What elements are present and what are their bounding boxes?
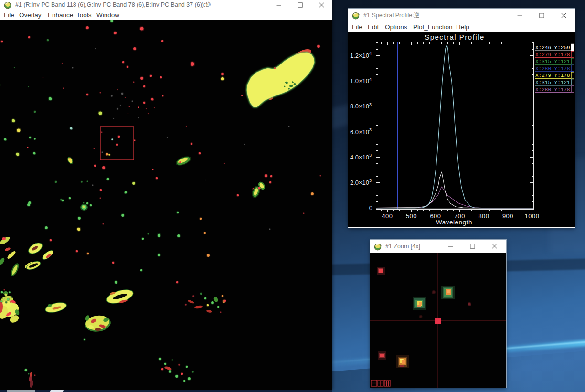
svg-text:3: 3 [369, 178, 372, 183]
svg-text:3: 3 [369, 127, 372, 132]
svg-text:400: 400 [382, 212, 393, 220]
svg-text:0: 0 [369, 204, 372, 212]
svg-text:4.0×10: 4.0×10 [350, 154, 369, 161]
svg-text:X:315 Y:121: X:315 Y:121 [535, 59, 570, 64]
svg-text:X:280 Y:178: X:280 Y:178 [535, 66, 570, 72]
svg-text:1.2×10: 1.2×10 [350, 52, 369, 59]
svg-text:8.0×10: 8.0×10 [350, 103, 369, 110]
svg-text:4: 4 [369, 77, 372, 82]
svg-text:3: 3 [369, 153, 372, 158]
svg-text:Wavelength: Wavelength [436, 219, 472, 226]
svg-text:Spectral Profile: Spectral Profile [425, 33, 485, 41]
svg-text:X:246 Y:259: X:246 Y:259 [535, 45, 570, 51]
svg-text:1000: 1000 [525, 212, 540, 220]
svg-text:X:279 Y:178: X:279 Y:178 [535, 52, 570, 58]
svg-text:X:280 Y:178: X:280 Y:178 [535, 87, 570, 93]
svg-text:1.0×10: 1.0×10 [350, 77, 369, 85]
svg-text:2.0×10: 2.0×10 [350, 179, 369, 186]
svg-text:X:279 Y:178: X:279 Y:178 [535, 73, 570, 78]
svg-text:500: 500 [406, 212, 417, 220]
svg-text:4: 4 [369, 51, 372, 56]
svg-text:X:315 Y:121: X:315 Y:121 [535, 80, 570, 85]
svg-text:800: 800 [478, 212, 489, 220]
svg-text:6.0×10: 6.0×10 [350, 128, 369, 136]
svg-text:900: 900 [502, 212, 513, 220]
svg-text:3: 3 [369, 102, 372, 107]
